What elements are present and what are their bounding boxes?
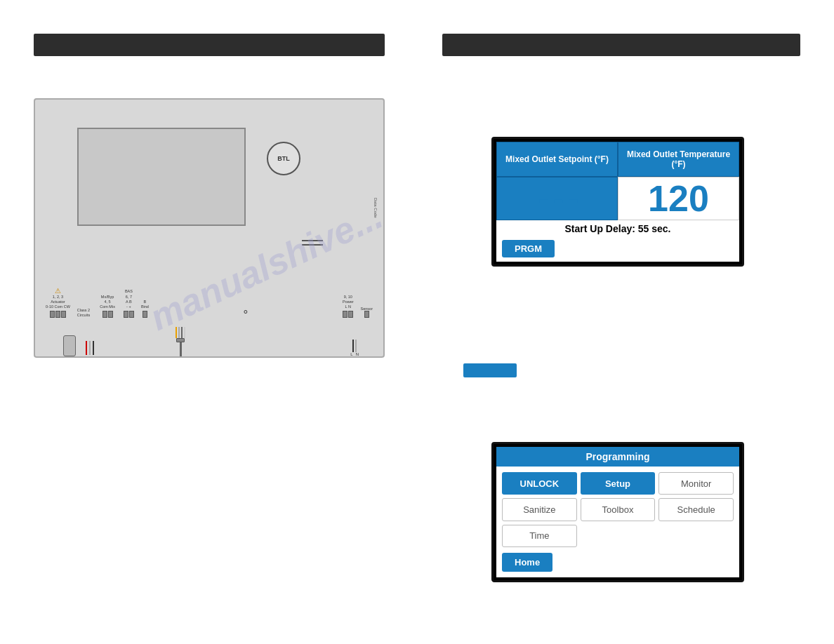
btl-badge: BTL — [267, 142, 300, 175]
toolbox-button[interactable]: Toolbox — [581, 498, 656, 521]
unlock-button[interactable]: UNLOCK — [502, 472, 577, 495]
schedule-button[interactable]: Schedule — [658, 498, 734, 521]
setup-button[interactable]: Setup — [581, 472, 656, 495]
mixed-outlet-setpoint-label: Mixed Outlet Setpoint (°F) — [496, 142, 618, 177]
sensor-icon: Sensor — [361, 307, 373, 318]
device-diagram: BTL Data Code ⚠ 1, 2, 3Actuator0-10 Com … — [34, 98, 385, 358]
status-display: Mixed Outlet Setpoint (°F) Mixed Outlet … — [491, 137, 744, 267]
home-button[interactable]: Home — [502, 553, 552, 572]
sanitize-button[interactable]: Sanitize — [502, 498, 577, 521]
person-icon: ⚬ — [241, 307, 250, 318]
time-button[interactable]: Time — [502, 525, 577, 547]
header-bar-left — [34, 34, 385, 56]
terminal-group-power: 9, 10PowerL N — [343, 295, 354, 318]
blue-indicator — [463, 363, 517, 377]
header-bar-right — [442, 34, 800, 56]
wire-connectors — [63, 335, 94, 356]
temperature-value: 120 — [618, 177, 739, 220]
prgm-button[interactable]: PRGM — [502, 240, 555, 257]
data-code-label: Data Code — [373, 198, 378, 218]
warning-icon: ⚠ — [55, 287, 61, 295]
programming-buttons-grid: UNLOCK Setup Monitor Sanitize Toolbox Sc… — [496, 467, 739, 553]
startup-delay-row: Start Up Delay: 55 sec. — [496, 220, 739, 237]
terminal-group-bind: BBind — [141, 300, 149, 318]
device-screen — [77, 128, 246, 226]
terminal-class2: Class 2Circuits — [77, 308, 90, 318]
terminal-group-mxbyp: Mx/Byp4, 5Com Mix — [100, 295, 115, 318]
home-button-row: Home — [496, 553, 739, 577]
programming-display: Programming UNLOCK Setup Monitor Sanitiz… — [491, 442, 744, 582]
programming-header: Programming — [496, 447, 739, 467]
device-indicators — [302, 240, 323, 246]
monitor-button[interactable]: Monitor — [658, 472, 734, 495]
setpoint-value: - - - — [496, 177, 618, 220]
terminal-group-1: ⚠ 1, 2, 3Actuator0-10 Com CW — [46, 287, 70, 318]
sensor-probe — [176, 327, 185, 356]
mixed-outlet-temp-label: Mixed Outlet Temperature (°F) — [618, 142, 739, 177]
prgm-button-row: PRGM — [496, 237, 739, 262]
power-connectors: LN — [350, 340, 359, 356]
terminal-group-bas: BAS6, 7A B- + — [124, 289, 134, 318]
